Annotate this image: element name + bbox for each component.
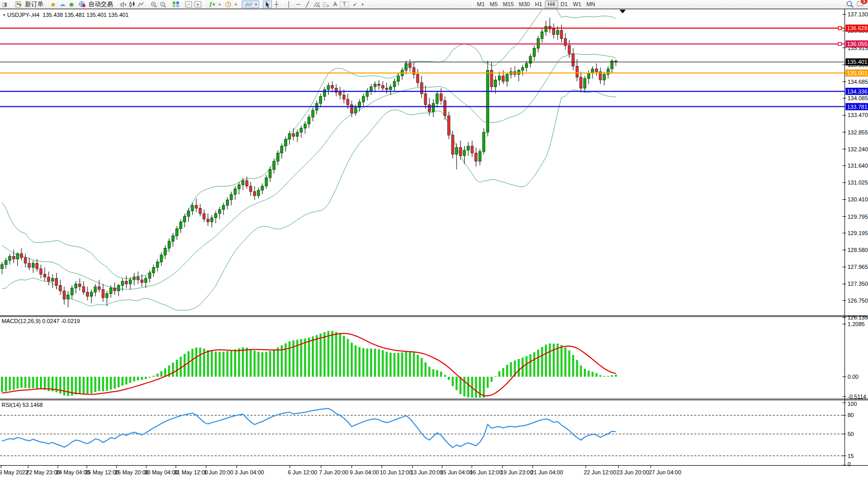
price-tick-label: 126.750	[848, 297, 868, 304]
rsi-scale-label: 80	[848, 412, 854, 418]
time-tick-label: 15 Jun 04:00	[440, 469, 473, 475]
timeframe-button-H4[interactable]: H4	[545, 1, 558, 8]
price-tick-label: 129.195	[848, 230, 868, 236]
chart-canvas[interactable]: 137.130136.530135.915135.300134.685134.0…	[0, 0, 868, 481]
timeframe-button-D1[interactable]: D1	[558, 1, 570, 8]
profile-icon[interactable]: ◆	[49, 1, 58, 8]
notification-badge: 1	[861, 0, 867, 4]
arrows-icon	[351, 1, 360, 8]
price-tick-label: 130.410	[848, 196, 868, 202]
time-tick-label: 22 May 23:00	[26, 469, 60, 475]
time-tick-label: 9 May 2022	[0, 469, 28, 475]
vertical-line-tool-icon[interactable]: │	[285, 1, 294, 8]
time-tick-label: 16 Jun 12:00	[470, 469, 502, 475]
timeframe-button-M15[interactable]: M15	[500, 1, 516, 8]
chart-shift-arrow-icon[interactable]	[620, 10, 626, 13]
price-tick-label: 129.795	[848, 214, 868, 220]
svg-text:E: E	[318, 5, 320, 8]
search-icon[interactable]	[846, 1, 855, 8]
zoom-in-icon[interactable]	[149, 1, 158, 8]
new-order-icon	[14, 1, 24, 8]
price-tick-label: 132.240	[848, 146, 868, 152]
toolbar-separator	[472, 1, 473, 8]
text-label-tool-icon[interactable]: T	[340, 1, 349, 8]
price-tag-133.781-text: 133.781	[847, 104, 867, 110]
toolbar-separator	[47, 1, 47, 8]
autotrade-button[interactable]: 自动交易	[76, 1, 115, 8]
price-tick-label: 134.685	[848, 79, 868, 85]
timeframe-button-M30[interactable]: M30	[516, 1, 532, 8]
chart-title-text: USDJPY-,H4 135.438 135.481 135.401 135.4…	[7, 12, 129, 18]
chart-style-button[interactable]: ▾	[242, 1, 259, 8]
trendline-tool-icon[interactable]: ╱	[303, 1, 312, 8]
time-tick-label: 7 Jun 20:00	[319, 469, 349, 475]
chart-area[interactable]: 137.130136.530135.915135.300134.685134.0…	[0, 9, 868, 481]
timeframe-button-MN[interactable]: MN	[584, 1, 598, 8]
toolbar-separator	[204, 1, 204, 8]
add-indicator-button[interactable]: ƒ+ ▾	[206, 1, 222, 8]
price-tick-label: 128.580	[848, 247, 868, 253]
timeframe-button-M5[interactable]: M5	[487, 1, 500, 8]
candlesticks	[1, 18, 618, 307]
chevron-down-icon: ▾	[362, 3, 364, 7]
svg-text:F: F	[327, 5, 329, 8]
time-tick-label: 23 Jun 20:00	[616, 469, 649, 475]
timeframe-button-W1[interactable]: W1	[570, 1, 584, 8]
time-tick-label: 6 Jun 12:00	[288, 469, 317, 475]
symbol-menu-arrow-icon[interactable]: ▾	[3, 13, 5, 17]
function-add-icon: ƒ+	[208, 1, 217, 8]
price-tick-label: 131.025	[848, 179, 868, 186]
zoom-out-icon[interactable]	[158, 1, 168, 8]
time-tick-label: 13 Jun 20:00	[410, 469, 443, 475]
candlestick-mode-icon[interactable]	[127, 1, 136, 8]
time-tick-label: 3 Jun 04:00	[235, 469, 264, 475]
toolbar-separator	[169, 1, 170, 8]
time-tick-label: 27 Jun 04:00	[649, 469, 681, 475]
timeframe-group: M1M5M15M30H1H4D1W1MN	[474, 1, 598, 8]
clock-icon	[224, 1, 233, 8]
timeframe-button-M1[interactable]: M1	[474, 1, 487, 8]
time-tick-label: 25 May 12:00	[85, 469, 119, 475]
signal-icon[interactable]: ◉	[67, 1, 76, 8]
arrows-tool-button[interactable]: ▾	[349, 1, 366, 8]
time-tick-label: 30 May 04:00	[144, 469, 178, 475]
rsi-scale-label: 50	[848, 431, 854, 437]
chevron-down-icon: ▾	[235, 3, 237, 7]
time-tick-label: 31 May 12:00	[174, 469, 208, 475]
publisher-cloud-icon[interactable]: ☁	[58, 1, 67, 8]
macd-scale-label: 1.2085	[848, 321, 865, 327]
toolbar-separator	[116, 1, 117, 8]
level-line-handle[interactable]	[838, 42, 841, 45]
text-tool-icon[interactable]: A	[331, 1, 340, 8]
toolbar-right-group: 1	[846, 1, 866, 8]
time-tick-label: 26 May 20:00	[115, 469, 149, 475]
time-tick-label: 1 Jun 20:00	[204, 469, 234, 475]
new-order-button[interactable]: 新订单	[13, 1, 45, 8]
line-chart-mode-icon[interactable]	[136, 1, 146, 8]
price-tick-label: 126.135	[848, 314, 868, 320]
rsi-indicator-label: RSI(14) 53.1468	[2, 402, 43, 408]
tile-windows-icon[interactable]	[171, 1, 180, 8]
indicator-window-add-icon[interactable]	[193, 1, 202, 8]
timeframe-button-H1[interactable]: H1	[532, 1, 544, 8]
notification-chat-icon[interactable]: 1	[855, 1, 866, 8]
period-selector-button[interactable]: ▾	[222, 1, 239, 8]
horizontal-line-tool-icon[interactable]: ─	[294, 1, 303, 8]
crosshair-tool-icon[interactable]: ┼	[272, 1, 281, 8]
time-tick-label: 22 Jun 12:00	[584, 469, 616, 475]
toolbar-separator	[240, 1, 240, 8]
price-tag-134.336-text: 134.336	[847, 88, 867, 95]
cursor-tool-icon[interactable]	[263, 1, 272, 8]
toolbar-separator	[261, 1, 261, 8]
bar-chart-mode-icon[interactable]	[118, 1, 127, 8]
level-line-handle[interactable]	[838, 27, 841, 30]
toolbar-separator	[283, 1, 283, 8]
rsi-line	[2, 408, 616, 447]
fibonacci-tool-icon[interactable]: F	[322, 1, 331, 8]
indicator-window-icon[interactable]	[184, 1, 193, 8]
autotrade-globe-icon	[78, 1, 87, 8]
channel-tool-icon[interactable]: E	[312, 1, 322, 8]
price-tick-label: 132.855	[848, 129, 868, 135]
rsi-scale-label: 0	[848, 461, 851, 467]
time-tick-label: 10 Jun 12:00	[380, 469, 413, 475]
